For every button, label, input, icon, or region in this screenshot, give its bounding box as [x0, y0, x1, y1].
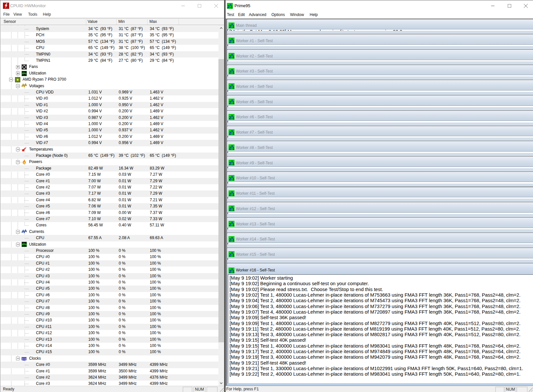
svg-text:2: 2: [229, 237, 231, 242]
svg-text:2: 2: [229, 269, 231, 274]
svg-text:2: 2: [229, 146, 231, 151]
svg-text:-1: -1: [231, 131, 234, 135]
svg-text:2: 2: [229, 85, 231, 90]
svg-text:-1: -1: [231, 85, 234, 89]
svg-text:2: 2: [229, 100, 231, 105]
svg-text:2: 2: [229, 222, 231, 227]
svg-text:-1: -1: [231, 223, 234, 227]
svg-text:-1: -1: [231, 116, 234, 120]
svg-text:-1: -1: [231, 24, 234, 28]
svg-text:-1: -1: [230, 5, 233, 9]
svg-text:2: 2: [229, 207, 231, 212]
svg-text:-1: -1: [231, 146, 234, 150]
svg-text:-1: -1: [231, 192, 234, 196]
svg-text:-1: -1: [231, 162, 234, 166]
svg-text:-1: -1: [231, 177, 234, 181]
svg-text:-1: -1: [231, 70, 234, 74]
svg-text:2: 2: [229, 69, 231, 74]
svg-text:2: 2: [229, 191, 231, 196]
svg-text:2: 2: [229, 130, 231, 135]
svg-text:2: 2: [227, 4, 230, 9]
svg-text:2: 2: [229, 176, 231, 181]
svg-text:-1: -1: [231, 55, 234, 59]
svg-text:-1: -1: [231, 101, 234, 105]
svg-text:2: 2: [229, 115, 231, 120]
svg-text:2: 2: [229, 161, 231, 166]
svg-text:2: 2: [229, 253, 231, 257]
svg-text:-1: -1: [231, 253, 234, 257]
svg-text:2: 2: [229, 39, 231, 44]
svg-text:2: 2: [229, 24, 231, 28]
svg-text:-1: -1: [231, 238, 234, 242]
svg-text:2: 2: [229, 54, 231, 59]
svg-text:-1: -1: [231, 40, 234, 43]
svg-text:-1: -1: [231, 207, 234, 211]
svg-text:-1: -1: [231, 270, 234, 273]
